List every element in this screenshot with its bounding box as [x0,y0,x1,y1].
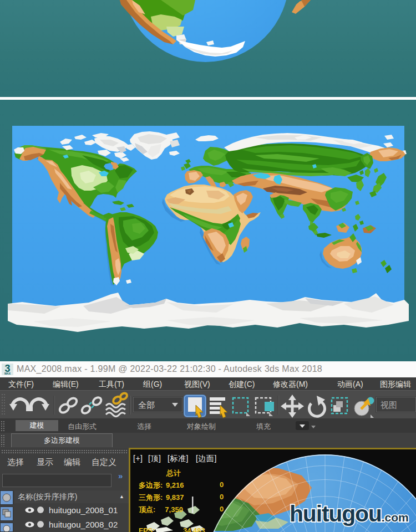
svg-text:全部: 全部 [138,400,155,410]
svg-text:视图: 视图 [381,400,397,410]
